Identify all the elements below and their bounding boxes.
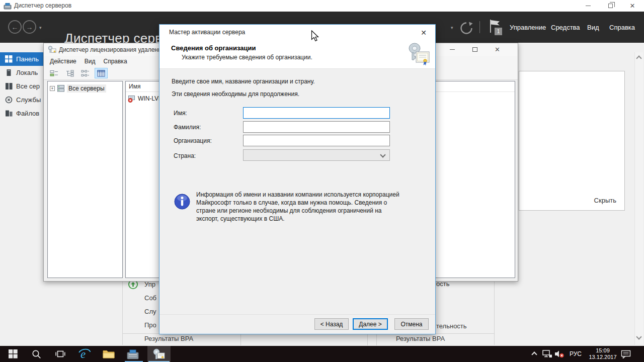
tile-row-divider [436,333,494,334]
language-indicator[interactable]: РУС [570,350,582,357]
sidebar-item-file-services[interactable]: Файлов [0,107,43,120]
tree-node-label: Все серверы [67,84,106,93]
mouse-cursor [311,30,319,42]
sidebar-label: Службы [16,96,41,104]
menu-view[interactable]: Вид [85,58,96,65]
tile-divider [376,333,377,345]
search-icon [32,349,41,359]
forward-arrow-icon: → [26,23,33,31]
back-button[interactable]: < Назад [314,318,349,330]
close-icon: ✕ [421,29,427,37]
services-icon [5,96,13,104]
volume-muted-icon[interactable] [554,350,565,358]
menu-tools[interactable]: Средства [551,24,580,31]
dashboard-row-events[interactable]: Соб [144,294,156,302]
back-button[interactable]: ← [8,20,22,34]
network-icon[interactable] [542,350,552,358]
server-manager-icon [126,348,139,360]
start-button[interactable] [3,346,23,362]
minimize-icon [586,6,591,6]
close-button[interactable]: ✕ [624,0,641,12]
file-explorer-button[interactable] [99,346,119,362]
menu-view[interactable]: Вид [587,24,599,31]
tree-expander-icon[interactable]: + [50,86,55,91]
dashboard-row-bpa[interactable]: Результаты BPA [144,335,193,342]
internet-explorer-button[interactable]: e [74,346,95,362]
info-icon [174,194,190,210]
close-icon: ✕ [495,46,500,53]
tile-divider [122,282,123,345]
toolbar-tree-button[interactable] [63,68,76,78]
vertical-scrollbar[interactable] [634,52,643,345]
scroll-up-icon[interactable] [636,55,641,61]
restore-button[interactable] [602,0,619,12]
licensing-window-title: Диспетчер лицензирования удаленн [59,46,162,53]
wizard-titlebar[interactable]: Мастер активации сервера ✕ [159,25,435,40]
sidebar-label: Локаль [16,69,38,76]
tray-expand-icon[interactable] [531,351,537,357]
menu-action[interactable]: Действие [50,58,76,65]
local-server-icon [5,69,13,76]
nav-history-caret-icon[interactable]: ▾ [39,25,42,30]
dashboard-row-performance[interactable]: Про [144,321,156,329]
rd-licensing-taskbar-button[interactable] [147,346,171,362]
dashboard-row-manageability[interactable]: Упр [144,281,155,288]
clock[interactable]: 15:09 13.12.2017 [588,347,618,360]
wizard-heading: Сведения об организации [171,44,256,52]
tree-node-all-servers[interactable]: + Все серверы [48,81,122,93]
menu-manage[interactable]: Управление [510,24,546,31]
next-button[interactable]: Далее > [353,318,388,330]
task-view-button[interactable] [50,346,70,362]
sidebar-item-local-server[interactable]: Локаль [0,66,43,79]
close-button[interactable]: ✕ [416,27,431,38]
action-center-icon[interactable] [621,350,631,358]
all-servers-icon [5,82,13,90]
licensing-app-icon [48,45,56,54]
refresh-icon[interactable] [459,21,473,35]
hide-link[interactable]: Скрыть [594,197,616,204]
first-name-label: Имя: [174,110,187,117]
expand-all-icon [81,70,90,77]
wizard-intro-line2: Эти сведения необходимы для продолжения. [172,90,299,98]
wizard-subheading: Укажите требуемые сведения об организаци… [182,54,312,61]
first-name-input[interactable] [243,107,390,119]
dashboard-row-services[interactable]: Слу [144,308,156,315]
maximize-button[interactable] [463,43,486,55]
license-key-certificate-icon [407,42,430,66]
server-manager-titlebar[interactable]: Диспетчер серверов ✕ [0,0,644,12]
tile-row-divider [122,333,159,334]
menu-help[interactable]: Справка [609,24,635,31]
task-view-icon [55,350,65,358]
organization-input[interactable] [243,135,390,146]
wizard-header: Сведения об организации Укажите требуемы… [159,40,435,69]
server-list-item[interactable]: WIN-LVP [128,95,163,103]
toolbar-expand-button[interactable] [79,68,92,78]
sidebar-item-all-servers[interactable]: Все сер [0,79,43,93]
close-button[interactable]: ✕ [486,43,509,55]
dashboard-row-bpa-right[interactable]: Результаты BPA [396,335,445,342]
last-name-input[interactable] [243,121,390,133]
minimize-button[interactable] [580,0,597,12]
servers-icon [57,84,65,93]
notification-count-badge[interactable]: 1 [495,28,502,35]
search-button[interactable] [26,346,46,362]
sidebar-item-services[interactable]: Службы [0,93,43,107]
minimize-button[interactable] [441,43,463,55]
menu-help[interactable]: Справка [103,58,127,65]
country-select[interactable] [243,149,390,161]
rd-licensing-icon [152,348,166,360]
forward-button[interactable]: → [23,20,36,34]
wizard-title: Мастер активации сервера [169,29,245,36]
cancel-button[interactable]: Отмена [394,318,429,330]
tile-divider [240,333,241,345]
show-tree-icon [50,70,59,77]
sidebar-item-dashboard[interactable]: Панель [0,52,43,66]
server-manager-taskbar-button[interactable] [123,346,143,362]
list-view-icon [97,70,106,77]
toolbar-list-view-button[interactable] [95,68,108,78]
scroll-down-icon[interactable] [636,334,641,339]
refresh-caret-icon[interactable]: ▾ [451,25,453,30]
dashboard-row-performance-right[interactable]: тельность [436,322,467,330]
toolbar-show-tree-button[interactable] [48,68,61,78]
clock-date: 13.12.2017 [588,354,618,360]
